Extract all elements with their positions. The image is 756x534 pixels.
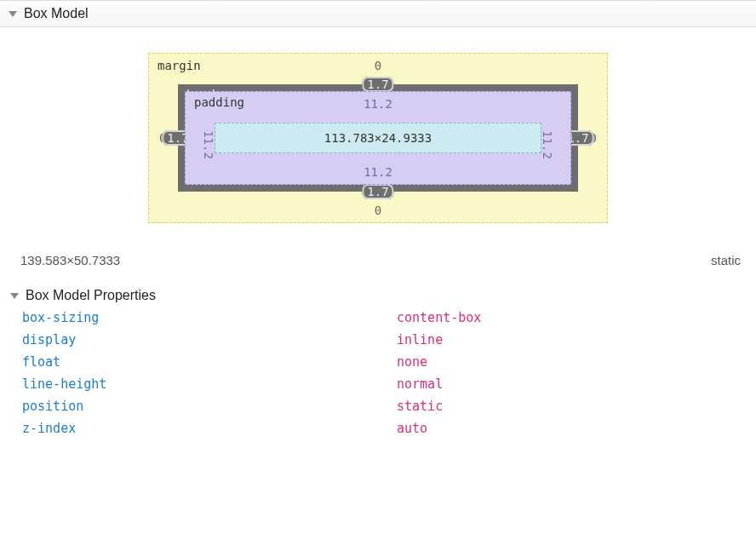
margin-bottom-value[interactable]: 0	[375, 204, 381, 217]
property-row[interactable]: displayinline	[22, 329, 756, 351]
margin-region[interactable]: margin 0 0 0 0 border 1.7 1.7 1.7 1.7 pa…	[148, 53, 608, 223]
property-name: z-index	[22, 421, 397, 436]
property-value: none	[397, 354, 427, 370]
property-row[interactable]: line-heightnormal	[22, 373, 756, 395]
padding-left-value[interactable]: 11.2	[202, 130, 215, 159]
properties-list: box-sizingcontent-boxdisplayinlinefloatn…	[0, 305, 756, 448]
section-title: Box Model	[24, 6, 89, 21]
property-row[interactable]: z-indexauto	[22, 417, 756, 439]
element-position-mode: static	[711, 253, 741, 267]
padding-bottom-value[interactable]: 11.2	[364, 165, 392, 179]
property-value: content-box	[397, 310, 481, 325]
padding-label: padding	[194, 95, 244, 109]
property-name: box-sizing	[22, 310, 397, 325]
section-header-box-model[interactable]: Box Model	[0, 0, 756, 27]
border-region[interactable]: border 1.7 1.7 1.7 1.7 padding 11.2 11.2…	[178, 84, 578, 192]
box-model-diagram-container: margin 0 0 0 0 border 1.7 1.7 1.7 1.7 pa…	[0, 27, 756, 244]
property-value: static	[397, 399, 443, 414]
property-row[interactable]: box-sizingcontent-box	[22, 307, 756, 329]
property-name: position	[22, 399, 397, 414]
property-name: float	[22, 354, 397, 370]
property-value: inline	[397, 332, 443, 347]
property-row[interactable]: positionstatic	[22, 395, 756, 417]
info-row: 139.583×50.7333 static	[0, 244, 756, 283]
border-top-value[interactable]: 1.7	[362, 77, 393, 92]
margin-label: margin	[158, 59, 201, 72]
content-dimensions: 113.783×24.9333	[324, 131, 432, 145]
property-name: line-height	[22, 376, 397, 392]
property-value: auto	[397, 421, 427, 436]
margin-top-value[interactable]: 0	[375, 59, 381, 72]
property-name: display	[22, 332, 397, 347]
padding-top-value[interactable]: 11.2	[364, 97, 392, 111]
border-bottom-value[interactable]: 1.7	[362, 184, 393, 199]
chevron-down-icon	[10, 293, 19, 299]
section-header-properties[interactable]: Box Model Properties	[0, 283, 756, 305]
element-dimensions: 139.583×50.7333	[20, 253, 120, 267]
section-title: Box Model Properties	[26, 288, 156, 303]
content-region[interactable]: 113.783×24.9333	[215, 123, 541, 153]
property-row[interactable]: floatnone	[22, 351, 756, 373]
chevron-down-icon	[9, 11, 17, 17]
property-value: normal	[397, 376, 443, 392]
padding-region[interactable]: padding 11.2 11.2 11.2 11.2 113.783×24.9…	[185, 91, 571, 185]
padding-right-value[interactable]: 11.2	[541, 130, 554, 159]
